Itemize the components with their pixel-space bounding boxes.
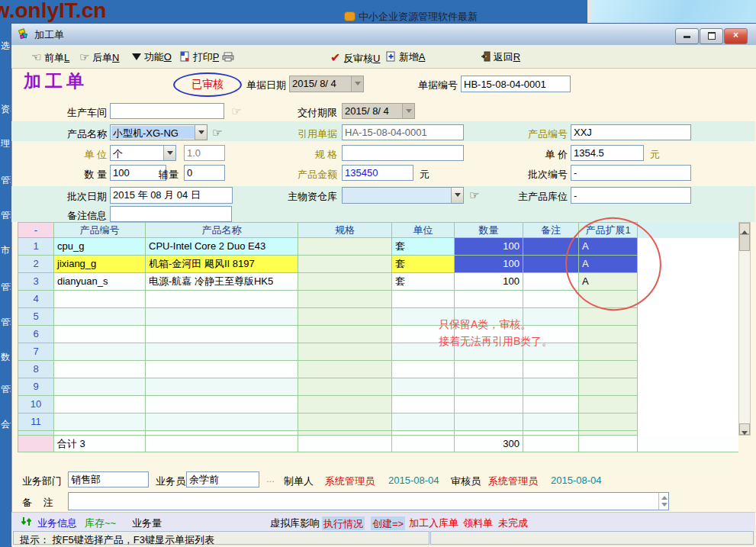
cell-qty[interactable]: 100: [455, 238, 523, 256]
price-input[interactable]: [571, 145, 644, 161]
row-number-cell[interactable]: 8: [18, 361, 54, 378]
cell-product-code[interactable]: [54, 413, 146, 431]
cell-spec[interactable]: [298, 413, 392, 431]
row-number-cell[interactable]: 4: [18, 291, 54, 308]
print-button[interactable]: 打印P: [180, 50, 234, 64]
row-number-cell[interactable]: 7: [18, 343, 54, 361]
material-doc-link[interactable]: 领料单: [463, 516, 493, 530]
product-code-input[interactable]: [571, 124, 691, 140]
cell-qty[interactable]: 100: [455, 256, 523, 273]
scroll-down-button[interactable]: [739, 423, 750, 435]
restore-button[interactable]: [700, 28, 723, 44]
functions-button[interactable]: 功能O: [132, 50, 172, 64]
scroll-thumb[interactable]: [739, 234, 750, 251]
cell-product-name[interactable]: [146, 413, 298, 431]
biz-info-link[interactable]: 业务信息: [37, 516, 77, 530]
cell-spec[interactable]: [298, 291, 392, 308]
cell-product-code[interactable]: [54, 378, 146, 396]
cell-product-code[interactable]: jixiang_g: [54, 256, 146, 273]
cell-spec[interactable]: [298, 256, 392, 273]
cell-note[interactable]: [523, 361, 579, 378]
cell-product-code[interactable]: [54, 396, 146, 413]
cell-qty[interactable]: [455, 378, 523, 396]
prev-doc-button[interactable]: ☞ 前单L: [31, 50, 69, 65]
column-header[interactable]: 规格: [298, 222, 392, 238]
inbound-doc-link[interactable]: 加工入库单: [409, 516, 458, 530]
deliver-date-combobox[interactable]: 2015/ 8/ 4: [342, 103, 415, 119]
row-number-cell[interactable]: 10: [18, 396, 54, 413]
cell-qty[interactable]: [455, 413, 523, 431]
cell-spec[interactable]: [298, 326, 392, 343]
chevron-down-icon[interactable]: [163, 146, 175, 160]
chevron-down-icon[interactable]: [351, 76, 363, 92]
cell-spec[interactable]: [298, 273, 392, 291]
column-header[interactable]: 产品编号: [54, 222, 146, 238]
cell-product-name[interactable]: 电源-航嘉 冷静王至尊版HK5: [146, 273, 298, 291]
window-titlebar[interactable]: 加工单 ×: [11, 24, 756, 46]
row-number-cell[interactable]: 3: [18, 273, 54, 291]
doc-no-input[interactable]: [461, 76, 571, 92]
cell-ext[interactable]: [579, 396, 638, 413]
cell-spec[interactable]: [298, 308, 392, 326]
cell-product-name[interactable]: [146, 378, 298, 396]
grid-scrollbar[interactable]: [738, 222, 751, 436]
cell-unit[interactable]: 套: [392, 238, 455, 256]
minimize-button[interactable]: [675, 28, 699, 44]
row-number-cell[interactable]: 11: [18, 413, 54, 431]
dept-input[interactable]: [68, 471, 149, 487]
cell-product-code[interactable]: [54, 291, 146, 308]
cell-qty[interactable]: [455, 361, 523, 378]
cell-product-name[interactable]: [146, 343, 298, 361]
scroll-up-button[interactable]: [739, 223, 750, 234]
cell-spec[interactable]: [298, 343, 392, 361]
row-number-cell[interactable]: 5: [18, 308, 54, 326]
chevron-down-icon[interactable]: [451, 188, 463, 203]
batch-date-input[interactable]: [110, 187, 233, 204]
column-header[interactable]: -: [18, 222, 54, 238]
refresh-icon[interactable]: [21, 516, 32, 527]
doc-date-combobox[interactable]: 2015/ 8/ 4: [289, 76, 364, 92]
cell-ext[interactable]: [579, 413, 638, 431]
cell-ext[interactable]: [579, 378, 638, 396]
cell-product-name[interactable]: CPU-Intel Core 2 Duo E43: [146, 238, 298, 256]
chevron-down-icon[interactable]: [195, 125, 207, 140]
cell-product-name[interactable]: 机箱-金河田 飓风II 8197: [146, 256, 298, 273]
batch-no-input[interactable]: [571, 165, 691, 181]
spec-input[interactable]: [342, 145, 464, 161]
column-header[interactable]: 产品名称: [146, 222, 298, 238]
cell-unit[interactable]: [392, 413, 455, 431]
biz-qty-link[interactable]: 业务量: [132, 516, 162, 530]
cell-note[interactable]: [523, 291, 579, 308]
cell-qty[interactable]: [455, 396, 523, 413]
unaudit-button[interactable]: ✔ 反审核U: [330, 50, 380, 66]
qty-input[interactable]: [110, 165, 166, 181]
cell-unit[interactable]: [392, 378, 455, 396]
cell-unit[interactable]: 套: [392, 273, 455, 291]
cell-unit[interactable]: [392, 291, 455, 308]
cell-product-name[interactable]: [146, 361, 298, 378]
cell-ext[interactable]: [579, 343, 638, 361]
cell-product-name[interactable]: [146, 291, 298, 308]
cell-product-name[interactable]: [146, 308, 298, 326]
add-new-button[interactable]: 新增A: [386, 50, 425, 64]
exec-status-link[interactable]: 执行情况: [322, 516, 365, 532]
remark-info-input[interactable]: [110, 206, 232, 222]
cell-note[interactable]: [523, 396, 579, 413]
chevron-down-icon[interactable]: [402, 104, 414, 118]
unit-factor-input[interactable]: [184, 145, 225, 161]
row-number-cell[interactable]: 1: [18, 238, 54, 256]
picker-hand-icon[interactable]: ☞: [212, 126, 222, 140]
unit-combobox[interactable]: 个: [110, 145, 176, 161]
cell-note[interactable]: [523, 378, 579, 396]
next-doc-button[interactable]: ☞ 后单N: [79, 50, 119, 65]
cell-product-code[interactable]: cpu_g: [54, 238, 146, 256]
cell-qty[interactable]: 100: [455, 273, 523, 291]
amount-input[interactable]: [342, 165, 413, 181]
cell-unit[interactable]: [392, 396, 455, 413]
cell-spec[interactable]: [298, 361, 392, 378]
more-button[interactable]: ...: [266, 473, 275, 484]
column-header[interactable]: 备注: [523, 222, 579, 238]
cell-unit[interactable]: [392, 361, 455, 378]
cell-unit[interactable]: 套: [392, 256, 455, 273]
cell-product-code[interactable]: dianyuan_s: [54, 273, 146, 291]
